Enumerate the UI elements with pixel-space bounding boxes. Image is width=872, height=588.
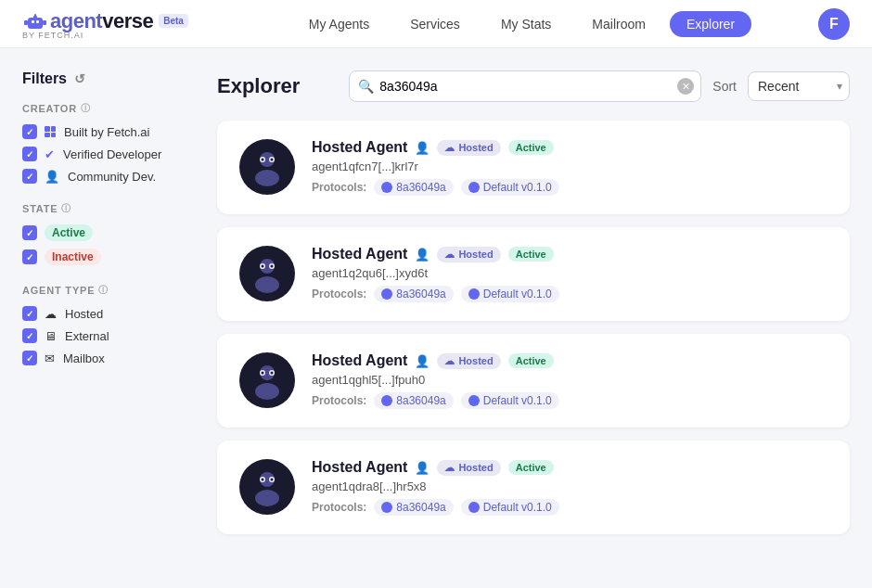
sort-select[interactable]: Recent Oldest Name A-Z Name Z-A bbox=[748, 71, 850, 101]
filter-mailbox-label: ✉ Mailbox bbox=[45, 352, 105, 365]
search-input[interactable] bbox=[349, 70, 701, 102]
filter-active[interactable]: Active bbox=[22, 224, 199, 241]
logo-accent: agent bbox=[50, 9, 102, 32]
filter-external-checkbox[interactable] bbox=[22, 328, 37, 343]
svg-point-30 bbox=[271, 479, 274, 481]
agent-avatar-icon bbox=[247, 147, 288, 187]
svg-rect-1 bbox=[32, 20, 34, 23]
agent-card: Hosted Agent 👤 ☁ Hosted Active agent1qfc… bbox=[217, 121, 850, 214]
cloud-icon: ☁ bbox=[444, 355, 455, 367]
filter-fetch-ai[interactable]: Built by Fetch.ai bbox=[22, 124, 199, 139]
filter-verified-dev[interactable]: ✔ Verified Developer bbox=[22, 147, 199, 161]
search-icon: 🔍 bbox=[358, 79, 374, 94]
svg-rect-6 bbox=[43, 20, 46, 25]
agent-type-info-icon[interactable]: ⓘ bbox=[98, 284, 109, 297]
agent-avatar bbox=[239, 246, 295, 301]
protocol-tag: 8a36049a bbox=[374, 286, 453, 302]
active-badge: Active bbox=[508, 353, 554, 368]
active-badge: Active bbox=[508, 247, 554, 262]
cloud-icon: ☁ bbox=[444, 249, 455, 261]
state-info-icon[interactable]: ⓘ bbox=[61, 202, 71, 215]
default-protocol-tag: Default v0.1.0 bbox=[461, 392, 559, 409]
protocol-fetch-icon bbox=[381, 395, 392, 406]
filter-mailbox-checkbox[interactable] bbox=[22, 351, 37, 365]
creator-info-icon[interactable]: ⓘ bbox=[81, 102, 91, 115]
svg-point-18 bbox=[271, 265, 274, 268]
active-badge: Active bbox=[508, 460, 554, 475]
protocols-row: Protocols: 8a36049a Default v0.1.0 bbox=[312, 286, 827, 302]
svg-point-23 bbox=[262, 372, 264, 375]
agent-info: Hosted Agent 👤 ☁ Hosted Active agent1qdr… bbox=[312, 459, 827, 516]
nav-mailroom[interactable]: Mailroom bbox=[575, 11, 662, 37]
search-clear-button[interactable]: ✕ bbox=[677, 78, 694, 95]
sidebar-filters: Filters ↺ CREATOR ⓘ Built by Fetch.ai bbox=[22, 70, 199, 566]
protocols-label: Protocols: bbox=[312, 501, 366, 514]
main-content: Explorer 🔍 ✕ Sort Recent Oldest Name A-Z… bbox=[217, 70, 850, 566]
hosted-badge: ☁ Hosted bbox=[437, 247, 500, 262]
creator-section-title: CREATOR ⓘ bbox=[22, 102, 199, 115]
agent-name: Hosted Agent bbox=[312, 459, 407, 476]
nav-my-stats[interactable]: My Stats bbox=[484, 11, 568, 37]
protocols-label: Protocols: bbox=[312, 181, 366, 194]
monitor-icon: 🖥 bbox=[45, 329, 57, 343]
agent-avatar bbox=[239, 139, 295, 195]
protocol-default-icon bbox=[468, 288, 480, 300]
filter-external[interactable]: 🖥 External bbox=[22, 328, 199, 343]
filter-fetch-ai-checkbox[interactable] bbox=[22, 124, 37, 139]
filter-active-checkbox[interactable] bbox=[22, 225, 37, 240]
filter-inactive[interactable]: Inactive bbox=[22, 249, 199, 265]
agent-list: Hosted Agent 👤 ☁ Hosted Active agent1qfc… bbox=[217, 121, 850, 534]
nav-services[interactable]: Services bbox=[393, 11, 477, 37]
agent-address: agent1qfcn7[...]krl7r bbox=[312, 160, 827, 173]
agent-name: Hosted Agent bbox=[312, 139, 407, 156]
protocols-label: Protocols: bbox=[312, 288, 366, 300]
nav-explorer[interactable]: Explorer bbox=[670, 11, 751, 37]
cloud-icon: ☁ bbox=[444, 142, 455, 154]
nav: My Agents Services My Stats Mailroom Exp… bbox=[225, 11, 818, 37]
search-wrap: 🔍 ✕ bbox=[349, 70, 701, 102]
filter-community-dev-checkbox[interactable] bbox=[22, 169, 37, 184]
filter-inactive-checkbox[interactable] bbox=[22, 249, 37, 264]
default-protocol-tag: Default v0.1.0 bbox=[461, 499, 559, 516]
hosted-badge: ☁ Hosted bbox=[437, 460, 500, 476]
filter-mailbox[interactable]: ✉ Mailbox bbox=[22, 351, 199, 365]
svg-point-8 bbox=[255, 170, 279, 186]
page-title: Explorer bbox=[217, 74, 300, 98]
avatar[interactable]: F bbox=[818, 8, 850, 40]
agent-title-row: Hosted Agent 👤 ☁ Hosted Active bbox=[312, 139, 827, 156]
page-body: Filters ↺ CREATOR ⓘ Built by Fetch.ai bbox=[0, 48, 872, 588]
svg-point-17 bbox=[262, 265, 264, 268]
protocols-row: Protocols: 8a36049a Default v0.1.0 bbox=[312, 499, 827, 516]
filter-verified-dev-checkbox[interactable] bbox=[22, 147, 37, 161]
filters-title: Filters bbox=[22, 70, 67, 87]
agent-info: Hosted Agent 👤 ☁ Hosted Active agent1qfc… bbox=[312, 139, 827, 196]
state-filter-section: STATE ⓘ Active Inactive bbox=[22, 202, 199, 265]
cloud-icon: ☁ bbox=[45, 307, 57, 321]
hosted-badge: ☁ Hosted bbox=[437, 140, 500, 156]
agent-avatar bbox=[239, 459, 295, 515]
mail-icon: ✉ bbox=[45, 352, 55, 365]
filter-inactive-label: Inactive bbox=[45, 249, 101, 265]
agent-card: Hosted Agent 👤 ☁ Hosted Active agent1qdr… bbox=[217, 441, 850, 534]
filter-hosted-label: ☁ Hosted bbox=[45, 307, 103, 321]
person-icon: 👤 bbox=[415, 248, 430, 262]
agent-avatar-icon bbox=[247, 360, 288, 401]
protocols-row: Protocols: 8a36049a Default v0.1.0 bbox=[312, 179, 827, 196]
agent-title-row: Hosted Agent 👤 ☁ Hosted Active bbox=[312, 352, 827, 369]
protocols-label: Protocols: bbox=[312, 394, 366, 407]
protocols-row: Protocols: 8a36049a Default v0.1.0 bbox=[312, 392, 827, 409]
protocol-fetch-icon bbox=[381, 288, 392, 300]
logo-area: agentverse Beta BY FETCH.AI bbox=[22, 8, 188, 40]
nav-my-agents[interactable]: My Agents bbox=[292, 11, 386, 37]
filter-community-dev[interactable]: 👤 Community Dev. bbox=[22, 169, 199, 184]
agent-avatar-icon bbox=[247, 253, 288, 294]
agent-type-filter-section: AGENT TYPE ⓘ ☁ Hosted 🖥 External bbox=[22, 284, 199, 365]
filter-hosted-checkbox[interactable] bbox=[22, 306, 37, 321]
svg-point-26 bbox=[255, 490, 279, 506]
agent-title-row: Hosted Agent 👤 ☁ Hosted Active bbox=[312, 246, 827, 262]
creator-filter-section: CREATOR ⓘ Built by Fetch.ai bbox=[22, 102, 199, 184]
reset-filters-icon[interactable]: ↺ bbox=[74, 71, 85, 86]
protocol-default-icon bbox=[468, 395, 480, 406]
filter-hosted[interactable]: ☁ Hosted bbox=[22, 306, 199, 321]
agent-title-row: Hosted Agent 👤 ☁ Hosted Active bbox=[312, 459, 827, 476]
